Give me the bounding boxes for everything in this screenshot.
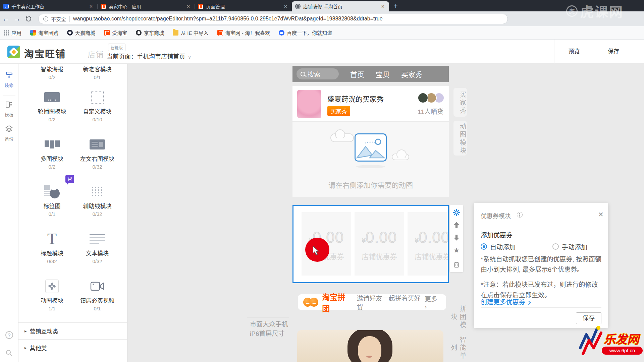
address-bar[interactable]: 不安全 wangpu.taobao.com/shopdecorate/pageE…	[38, 14, 508, 24]
vertical-tab-gif-module[interactable]: 动图模块	[453, 121, 467, 156]
bookmark-jd[interactable]: 京东商城	[136, 29, 164, 36]
current-page-label: 当前页面：手机淘宝店铺首页	[107, 53, 185, 60]
pintuan-more-link[interactable]: 更多 ›	[425, 294, 441, 310]
coupon-card[interactable]: ¥0.00 店铺优惠券	[408, 212, 449, 276]
bookmark-baidu[interactable]: 百度一下，你就知道	[279, 29, 332, 36]
help-icon[interactable]: ?	[5, 331, 13, 339]
gif-placeholder-hint: 请在右侧添加你需要的动图	[292, 180, 449, 190]
radio-manual-add[interactable]	[552, 243, 559, 250]
magnifier-icon[interactable]	[5, 349, 13, 357]
move-up-icon[interactable]	[450, 221, 463, 230]
move-down-icon[interactable]	[450, 234, 463, 243]
phone-search-pill[interactable]: 搜索	[297, 68, 339, 79]
url-text[interactable]: wangpu.taobao.com/shopdecorate/pageEdito…	[73, 16, 383, 22]
section-marketing-interactive[interactable]: ▸ 营销互动类	[18, 322, 127, 339]
phone-tab-home[interactable]: 首页	[350, 69, 364, 79]
gear-icon[interactable]	[450, 208, 463, 218]
radio-manual-label[interactable]: 手动添加	[562, 242, 587, 251]
module-item-tag-image[interactable]: 标签图 0/1	[30, 181, 74, 217]
module-item-must-buy-video[interactable]: 镇店必买视频 0/1	[75, 276, 119, 311]
tab-title: 店铺装修-手淘首页	[303, 3, 377, 10]
coupon-module-selected[interactable]: ¥0.00 店铺优惠券 ¥0.00 店铺优惠券 ¥0.00 店铺优惠券	[292, 205, 449, 283]
section-arrow-icon: ▸	[24, 345, 27, 350]
module-item-multi-image[interactable]: 多图模块 0/2	[30, 134, 74, 170]
vertical-tab-smart-single-column[interactable]: 智能单列	[453, 334, 467, 360]
module-count: 0/10	[75, 117, 119, 122]
left-sidebar: 装修 模板 备份 ?	[0, 64, 18, 362]
bookmark-import-ie[interactable]: 从 IE 中导入	[173, 29, 209, 36]
module-count: 0/1	[30, 211, 74, 217]
back-icon[interactable]: ←	[0, 15, 11, 23]
close-icon[interactable]: ✕	[380, 4, 386, 9]
phone-tab-buyer-show[interactable]: 买家秀	[401, 69, 422, 79]
star-icon[interactable]: ★	[450, 247, 463, 254]
coupon-value: 0.00	[419, 229, 449, 246]
close-icon[interactable]: ✕	[185, 4, 191, 9]
reload-icon[interactable]	[23, 15, 34, 22]
save-button[interactable]: 保存	[594, 40, 633, 64]
gif-module-icon	[45, 280, 59, 293]
section-others[interactable]: ▸ 其他类	[18, 339, 127, 356]
buyer-show-tag: 买家秀	[327, 106, 350, 116]
sidebar-item-template[interactable]: 模板	[0, 101, 18, 118]
module-name: 智能海报	[30, 66, 74, 74]
app-header: 淘宝旺铺 店铺 智能版 当前页面：手机淘宝店铺首页∨ 预览 保存	[0, 40, 644, 64]
tab-seller-center[interactable]: 卖家中心 - 应用 ✕	[97, 1, 195, 11]
panel-save-button[interactable]: 保存	[576, 312, 601, 324]
bookmark-tmall[interactable]: 天猫商城	[67, 29, 95, 36]
module-item-left-text-right-pic[interactable]: 左文右图模块 0/32	[75, 134, 119, 170]
create-more-coupons-link[interactable]: 创建更多优惠券	[481, 297, 530, 306]
tab-qianniu-workbench[interactable]: 千牛卖家工作台 ✕	[0, 1, 97, 11]
bookmark-apps[interactable]: 应用	[3, 29, 21, 36]
section-arrow-icon: ▸	[24, 328, 27, 334]
gif-module-placeholder[interactable]: 请在右侧添加你需要的动图	[292, 122, 449, 197]
tab-page-management[interactable]: 页面管理 ✕	[195, 1, 292, 11]
bookmark-taobao-tuangou[interactable]: 淘宝团购	[30, 29, 58, 36]
watermark-logo-icon: 虎	[566, 5, 578, 17]
bookmark-taobao[interactable]: 淘宝网 - 淘！我喜欢	[217, 29, 270, 36]
current-page-selector[interactable]: 当前页面：手机淘宝店铺首页∨	[107, 52, 191, 60]
buyer-show-module[interactable]: 盛夏莳洸的买家秀 买家秀 11人晒货	[292, 86, 449, 121]
info-icon[interactable]	[517, 212, 523, 218]
vertical-tab-pintuan-module[interactable]: 拼团模块	[453, 300, 467, 333]
pintuan-brand: 淘宝拼团	[322, 291, 352, 314]
new-tab-button[interactable]: +	[394, 2, 398, 10]
coupon-card[interactable]: ¥0.00 店铺优惠券	[355, 212, 404, 276]
module-name: 动图模块	[30, 297, 74, 305]
info-icon[interactable]	[43, 16, 48, 21]
radio-auto-add[interactable]	[481, 243, 487, 250]
trash-icon[interactable]	[450, 261, 463, 269]
model-lips	[366, 356, 372, 358]
close-icon[interactable]: ✕	[598, 210, 604, 219]
forward-icon[interactable]: →	[11, 15, 23, 23]
module-item-new-old-customer[interactable]: 新老客模块 0/1	[75, 64, 119, 80]
product-photo-module[interactable]	[297, 330, 443, 362]
sidebar-item-decorate[interactable]: 装修	[0, 71, 18, 88]
smart-badge: 智	[65, 175, 74, 183]
module-item-gif[interactable]: 动图模块 1/1	[30, 276, 74, 311]
screen-size-marker-line	[247, 317, 289, 317]
preview-button[interactable]: 预览	[554, 40, 594, 64]
tab-shop-decorate-active[interactable]: 店铺装修-手淘首页 ✕	[292, 1, 389, 11]
close-icon[interactable]: ✕	[283, 4, 288, 9]
module-item-smart-poster[interactable]: 智能海报 0/2	[30, 64, 74, 80]
folder-icon	[173, 30, 178, 36]
module-item-guideline[interactable]: 辅助线模块 0/32	[75, 181, 119, 217]
module-name: 辅助线模块	[75, 202, 119, 210]
tag-image-module-icon	[44, 185, 60, 198]
pintuan-module[interactable]: 淘宝拼团 邀请好友一起拼着买好货 更多 ›	[298, 294, 446, 310]
search-icon	[301, 72, 305, 76]
close-icon[interactable]: ✕	[88, 4, 94, 9]
module-item-title[interactable]: T 标题模块 0/32	[30, 228, 74, 264]
radio-auto-label[interactable]: 自动添加	[490, 242, 516, 251]
taobao-icon	[198, 4, 203, 9]
module-item-custom[interactable]: 自定义模块 0/10	[75, 86, 119, 122]
bookmark-label: 淘宝团购	[38, 29, 58, 36]
module-item-carousel[interactable]: 轮播图模块 0/2	[30, 86, 74, 122]
phone-tab-items[interactable]: 宝贝	[376, 69, 390, 79]
sidebar-item-backup[interactable]: 备份	[0, 125, 18, 142]
module-item-text[interactable]: 文本模块 0/32	[75, 228, 119, 264]
vertical-tab-buyer-show[interactable]: 买家秀	[453, 88, 467, 117]
bookmark-aitaobao[interactable]: 爱淘宝	[104, 29, 127, 36]
section-clipped[interactable]: ▸	[18, 356, 127, 362]
